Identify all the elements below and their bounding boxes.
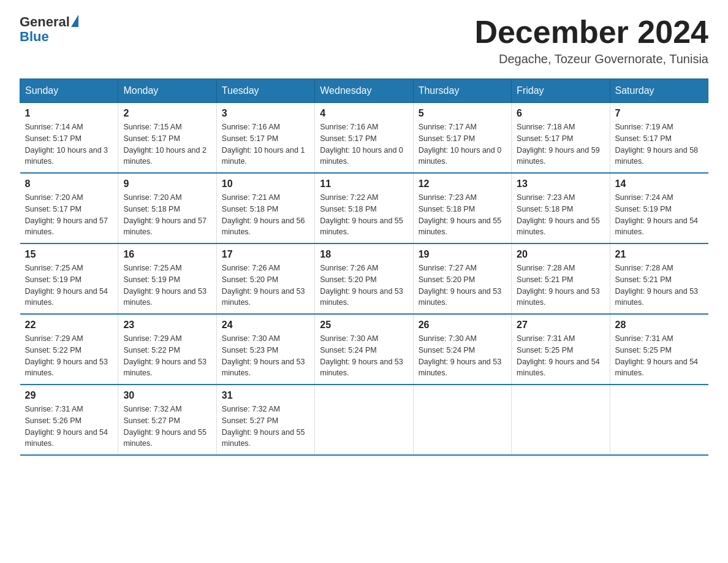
day-number: 20 (517, 249, 604, 260)
calendar-cell: 5 Sunrise: 7:17 AM Sunset: 5:17 PM Dayli… (413, 103, 511, 174)
logo: General Blue (20, 15, 78, 44)
calendar-cell: 11 Sunrise: 7:22 AM Sunset: 5:18 PM Dayl… (315, 173, 413, 243)
header-day-sunday: Sunday (20, 79, 118, 103)
calendar-cell: 28 Sunrise: 7:31 AM Sunset: 5:25 PM Dayl… (610, 314, 708, 385)
page-header: General Blue December 2024 Degache, Toze… (20, 15, 708, 66)
calendar-cell (610, 385, 708, 455)
day-info: Sunrise: 7:31 AM Sunset: 5:26 PM Dayligh… (25, 404, 113, 450)
week-row-3: 15 Sunrise: 7:25 AM Sunset: 5:19 PM Dayl… (20, 243, 708, 314)
day-info: Sunrise: 7:31 AM Sunset: 5:25 PM Dayligh… (517, 333, 604, 379)
day-info: Sunrise: 7:32 AM Sunset: 5:27 PM Dayligh… (123, 404, 211, 450)
day-number: 1 (25, 108, 113, 119)
day-info: Sunrise: 7:15 AM Sunset: 5:17 PM Dayligh… (123, 121, 211, 167)
week-row-5: 29 Sunrise: 7:31 AM Sunset: 5:26 PM Dayl… (20, 385, 708, 455)
day-number: 6 (517, 108, 604, 119)
logo-triangle-icon (71, 15, 78, 27)
calendar-cell: 9 Sunrise: 7:20 AM Sunset: 5:18 PM Dayli… (118, 173, 216, 243)
day-number: 9 (123, 178, 211, 190)
day-number: 8 (25, 178, 113, 190)
calendar-cell: 27 Sunrise: 7:31 AM Sunset: 5:25 PM Dayl… (512, 314, 610, 385)
day-number: 31 (222, 390, 309, 401)
day-info: Sunrise: 7:18 AM Sunset: 5:17 PM Dayligh… (517, 121, 604, 167)
calendar-cell: 4 Sunrise: 7:16 AM Sunset: 5:17 PM Dayli… (315, 103, 413, 174)
calendar-cell: 20 Sunrise: 7:28 AM Sunset: 5:21 PM Dayl… (512, 243, 610, 314)
day-info: Sunrise: 7:27 AM Sunset: 5:20 PM Dayligh… (419, 262, 506, 308)
day-info: Sunrise: 7:29 AM Sunset: 5:22 PM Dayligh… (25, 333, 113, 379)
header-day-thursday: Thursday (413, 79, 511, 103)
day-info: Sunrise: 7:14 AM Sunset: 5:17 PM Dayligh… (25, 121, 113, 167)
week-row-4: 22 Sunrise: 7:29 AM Sunset: 5:22 PM Dayl… (20, 314, 708, 385)
day-info: Sunrise: 7:25 AM Sunset: 5:19 PM Dayligh… (123, 262, 211, 308)
day-number: 19 (419, 249, 506, 260)
calendar-table: SundayMondayTuesdayWednesdayThursdayFrid… (20, 79, 708, 456)
day-info: Sunrise: 7:26 AM Sunset: 5:20 PM Dayligh… (320, 262, 408, 308)
month-title: December 2024 (474, 15, 708, 50)
day-info: Sunrise: 7:25 AM Sunset: 5:19 PM Dayligh… (25, 262, 113, 308)
calendar-cell: 16 Sunrise: 7:25 AM Sunset: 5:19 PM Dayl… (118, 243, 216, 314)
calendar-cell: 21 Sunrise: 7:28 AM Sunset: 5:21 PM Dayl… (610, 243, 708, 314)
calendar-cell: 18 Sunrise: 7:26 AM Sunset: 5:20 PM Dayl… (315, 243, 413, 314)
day-number: 11 (320, 178, 408, 190)
location: Degache, Tozeur Governorate, Tunisia (474, 52, 708, 66)
week-row-1: 1 Sunrise: 7:14 AM Sunset: 5:17 PM Dayli… (20, 103, 708, 174)
day-info: Sunrise: 7:24 AM Sunset: 5:19 PM Dayligh… (615, 192, 703, 238)
day-info: Sunrise: 7:31 AM Sunset: 5:25 PM Dayligh… (615, 333, 703, 379)
calendar-cell: 1 Sunrise: 7:14 AM Sunset: 5:17 PM Dayli… (20, 103, 118, 174)
day-info: Sunrise: 7:30 AM Sunset: 5:23 PM Dayligh… (222, 333, 309, 379)
day-number: 28 (615, 320, 703, 331)
day-number: 15 (25, 249, 113, 260)
calendar-cell: 22 Sunrise: 7:29 AM Sunset: 5:22 PM Dayl… (20, 314, 118, 385)
day-number: 25 (320, 320, 408, 331)
day-info: Sunrise: 7:29 AM Sunset: 5:22 PM Dayligh… (123, 333, 211, 379)
calendar-cell (512, 385, 610, 455)
calendar-cell: 15 Sunrise: 7:25 AM Sunset: 5:19 PM Dayl… (20, 243, 118, 314)
calendar-cell: 13 Sunrise: 7:23 AM Sunset: 5:18 PM Dayl… (512, 173, 610, 243)
day-info: Sunrise: 7:20 AM Sunset: 5:17 PM Dayligh… (25, 192, 113, 238)
calendar-cell: 26 Sunrise: 7:30 AM Sunset: 5:24 PM Dayl… (413, 314, 511, 385)
title-area: December 2024 Degache, Tozeur Governorat… (474, 15, 708, 66)
calendar-cell: 25 Sunrise: 7:30 AM Sunset: 5:24 PM Dayl… (315, 314, 413, 385)
day-info: Sunrise: 7:22 AM Sunset: 5:18 PM Dayligh… (320, 192, 408, 238)
day-info: Sunrise: 7:30 AM Sunset: 5:24 PM Dayligh… (419, 333, 506, 379)
day-number: 16 (123, 249, 211, 260)
day-number: 30 (123, 390, 211, 401)
day-number: 27 (517, 320, 604, 331)
day-info: Sunrise: 7:23 AM Sunset: 5:18 PM Dayligh… (517, 192, 604, 238)
calendar-cell: 12 Sunrise: 7:23 AM Sunset: 5:18 PM Dayl… (413, 173, 511, 243)
day-number: 29 (25, 390, 113, 401)
day-info: Sunrise: 7:17 AM Sunset: 5:17 PM Dayligh… (419, 121, 506, 167)
day-number: 2 (123, 108, 211, 119)
day-number: 4 (320, 108, 408, 119)
day-number: 10 (222, 178, 309, 190)
calendar-cell: 10 Sunrise: 7:21 AM Sunset: 5:18 PM Dayl… (216, 173, 314, 243)
day-info: Sunrise: 7:16 AM Sunset: 5:17 PM Dayligh… (320, 121, 408, 167)
logo-text-general: General (20, 15, 70, 29)
calendar-cell: 3 Sunrise: 7:16 AM Sunset: 5:17 PM Dayli… (216, 103, 314, 174)
day-number: 13 (517, 178, 604, 190)
day-number: 24 (222, 320, 309, 331)
calendar-cell (315, 385, 413, 455)
day-info: Sunrise: 7:16 AM Sunset: 5:17 PM Dayligh… (222, 121, 309, 167)
calendar-cell: 6 Sunrise: 7:18 AM Sunset: 5:17 PM Dayli… (512, 103, 610, 174)
day-number: 17 (222, 249, 309, 260)
day-info: Sunrise: 7:20 AM Sunset: 5:18 PM Dayligh… (123, 192, 211, 238)
day-info: Sunrise: 7:19 AM Sunset: 5:17 PM Dayligh… (615, 121, 703, 167)
calendar-cell: 31 Sunrise: 7:32 AM Sunset: 5:27 PM Dayl… (216, 385, 314, 455)
calendar-cell: 7 Sunrise: 7:19 AM Sunset: 5:17 PM Dayli… (610, 103, 708, 174)
day-number: 22 (25, 320, 113, 331)
calendar-cell: 17 Sunrise: 7:26 AM Sunset: 5:20 PM Dayl… (216, 243, 314, 314)
day-info: Sunrise: 7:28 AM Sunset: 5:21 PM Dayligh… (517, 262, 604, 308)
header-day-friday: Friday (512, 79, 610, 103)
day-number: 14 (615, 178, 703, 190)
calendar-cell: 19 Sunrise: 7:27 AM Sunset: 5:20 PM Dayl… (413, 243, 511, 314)
day-info: Sunrise: 7:26 AM Sunset: 5:20 PM Dayligh… (222, 262, 309, 308)
day-info: Sunrise: 7:28 AM Sunset: 5:21 PM Dayligh… (615, 262, 703, 308)
calendar-cell: 8 Sunrise: 7:20 AM Sunset: 5:17 PM Dayli… (20, 173, 118, 243)
header-day-saturday: Saturday (610, 79, 708, 103)
day-number: 23 (123, 320, 211, 331)
day-info: Sunrise: 7:32 AM Sunset: 5:27 PM Dayligh… (222, 404, 309, 450)
day-number: 21 (615, 249, 703, 260)
day-number: 18 (320, 249, 408, 260)
day-number: 12 (419, 178, 506, 190)
header-day-tuesday: Tuesday (216, 79, 314, 103)
